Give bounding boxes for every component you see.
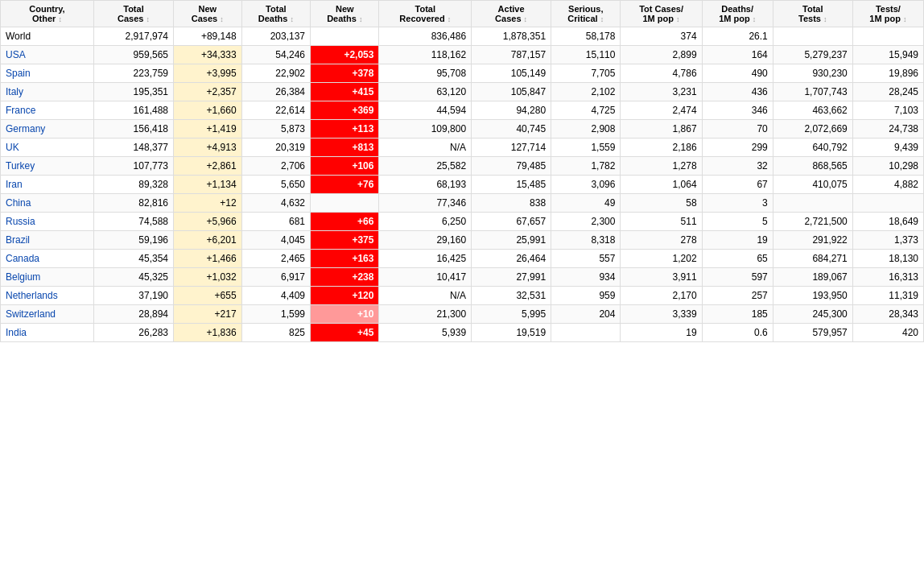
table-row: Belgium45,325+1,0326,917+23810,41727,991… — [1, 268, 924, 287]
row-new_deaths: +120 — [311, 287, 379, 305]
row-active_cases: 838 — [472, 194, 551, 213]
row-tot_cases_1m: 278 — [621, 231, 702, 250]
header-total_deaths[interactable]: TotalDeaths ↕ — [241, 1, 310, 27]
row-new_deaths: +375 — [311, 231, 379, 250]
row-deaths_1m: 346 — [702, 101, 773, 120]
row-serious_critical: 8,318 — [551, 231, 621, 250]
row-tests_1m: 28,343 — [852, 305, 923, 324]
world-serious_critical: 58,178 — [551, 27, 621, 46]
row-deaths_1m: 597 — [702, 268, 773, 287]
row-serious_critical: 2,908 — [551, 120, 621, 139]
country-link[interactable]: UK — [6, 142, 19, 153]
world-total_cases: 2,917,974 — [93, 27, 173, 46]
row-country[interactable]: Iran — [1, 176, 94, 194]
row-total_recovered: 44,594 — [379, 101, 472, 120]
sort-icon: ↕ — [58, 15, 62, 23]
row-country[interactable]: Brazil — [1, 231, 94, 250]
row-serious_critical: 2,102 — [551, 83, 621, 101]
row-total_recovered: 77,346 — [379, 194, 472, 213]
row-total_tests: 930,230 — [773, 64, 852, 83]
header-active_cases[interactable]: ActiveCases ↕ — [472, 1, 551, 27]
header-total_tests[interactable]: TotalTests ↕ — [773, 1, 852, 27]
header-total_recovered[interactable]: TotalRecovered ↕ — [379, 1, 472, 27]
country-link[interactable]: France — [6, 105, 35, 116]
row-country[interactable]: Italy — [1, 83, 94, 101]
country-link[interactable]: China — [6, 197, 31, 209]
row-country[interactable]: India — [1, 324, 94, 342]
world-total_deaths: 203,137 — [241, 27, 310, 46]
row-total_cases: 161,488 — [93, 101, 173, 120]
row-tests_1m: 24,738 — [852, 120, 923, 139]
row-new_deaths: +378 — [311, 64, 379, 83]
row-active_cases: 127,714 — [472, 139, 551, 157]
country-link[interactable]: Italy — [6, 86, 23, 97]
row-new_cases: +1,836 — [174, 324, 242, 342]
header-total_cases[interactable]: TotalCases ↕ — [93, 1, 173, 27]
row-new_deaths — [311, 194, 379, 213]
country-link[interactable]: Turkey — [6, 160, 35, 172]
table-row: Netherlands37,190+6554,409+120N/A32,5319… — [1, 287, 924, 305]
row-total_cases: 45,354 — [93, 250, 173, 268]
header-tests_1m[interactable]: Tests/1M pop ↕ — [852, 1, 923, 27]
row-total_tests: 1,707,743 — [773, 83, 852, 101]
row-tests_1m: 11,319 — [852, 287, 923, 305]
header-tot_cases_1m[interactable]: Tot Cases/1M pop ↕ — [621, 1, 702, 27]
row-total_deaths: 4,409 — [241, 287, 310, 305]
row-total_tests: 291,922 — [773, 231, 852, 250]
country-link[interactable]: Switzerland — [6, 308, 56, 320]
row-country[interactable]: UK — [1, 139, 94, 157]
country-link[interactable]: Netherlands — [6, 290, 58, 301]
row-country[interactable]: Germany — [1, 120, 94, 139]
row-total_cases: 37,190 — [93, 287, 173, 305]
row-country[interactable]: Netherlands — [1, 287, 94, 305]
sort-icon: ↕ — [146, 15, 150, 23]
row-total_recovered: 10,417 — [379, 268, 472, 287]
covid-table: Country,Other ↕TotalCases ↕NewCases ↕Tot… — [0, 0, 924, 342]
row-total_recovered: 29,160 — [379, 231, 472, 250]
row-total_deaths: 22,614 — [241, 101, 310, 120]
country-link[interactable]: Brazil — [6, 234, 30, 246]
country-link[interactable]: Germany — [6, 123, 45, 134]
world-tot_cases_1m: 374 — [621, 27, 702, 46]
country-link[interactable]: USA — [6, 49, 26, 60]
sort-icon: ↕ — [600, 15, 604, 23]
row-active_cases: 94,280 — [472, 101, 551, 120]
header-new_deaths[interactable]: NewDeaths ↕ — [311, 1, 379, 27]
header-serious_critical[interactable]: Serious,Critical ↕ — [551, 1, 621, 27]
country-link[interactable]: Iran — [6, 179, 23, 190]
row-new_cases: +1,466 — [174, 250, 242, 268]
row-country[interactable]: Turkey — [1, 157, 94, 176]
country-link[interactable]: Canada — [6, 253, 39, 264]
sort-icon: ↕ — [359, 15, 363, 23]
row-country[interactable]: Canada — [1, 250, 94, 268]
row-tot_cases_1m: 3,911 — [621, 268, 702, 287]
row-tot_cases_1m: 1,278 — [621, 157, 702, 176]
country-link[interactable]: Russia — [6, 216, 35, 227]
row-country[interactable]: Belgium — [1, 268, 94, 287]
country-link[interactable]: India — [6, 327, 27, 338]
world-new_deaths: +6,038 — [311, 27, 379, 46]
row-country[interactable]: China — [1, 194, 94, 213]
row-country[interactable]: USA — [1, 46, 94, 64]
header-deaths_1m[interactable]: Deaths/1M pop ↕ — [702, 1, 773, 27]
row-tests_1m: 28,245 — [852, 83, 923, 101]
row-new_cases: +1,134 — [174, 176, 242, 194]
row-country[interactable]: Spain — [1, 64, 94, 83]
row-country[interactable]: Russia — [1, 213, 94, 231]
country-link[interactable]: Spain — [6, 68, 31, 79]
header-country[interactable]: Country,Other ↕ — [1, 1, 94, 27]
row-tests_1m: 18,130 — [852, 250, 923, 268]
row-tot_cases_1m: 3,339 — [621, 305, 702, 324]
row-deaths_1m: 5 — [702, 213, 773, 231]
sort-icon: ↕ — [903, 15, 907, 23]
row-active_cases: 79,485 — [472, 157, 551, 176]
world-total_tests — [773, 27, 852, 46]
row-country[interactable]: France — [1, 101, 94, 120]
row-country[interactable]: Switzerland — [1, 305, 94, 324]
row-tests_1m: 9,439 — [852, 139, 923, 157]
country-link[interactable]: Belgium — [6, 271, 40, 283]
header-new_cases[interactable]: NewCases ↕ — [174, 1, 242, 27]
row-new_cases: +2,861 — [174, 157, 242, 176]
row-tests_1m: 16,313 — [852, 268, 923, 287]
table-row: Iran89,328+1,1345,650+7668,19315,4853,09… — [1, 176, 924, 194]
